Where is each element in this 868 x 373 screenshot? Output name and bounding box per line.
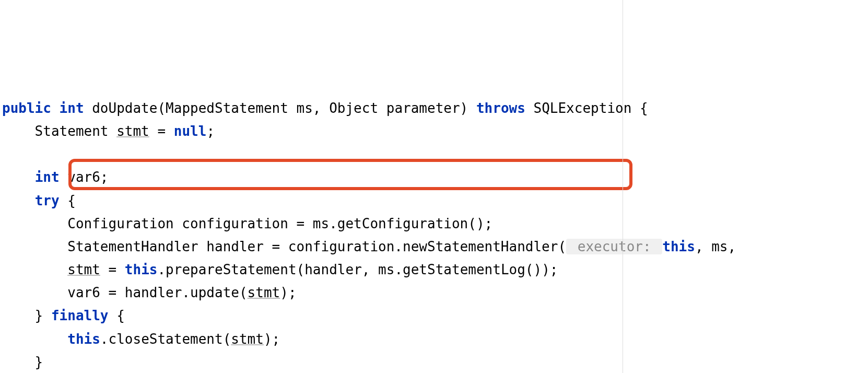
code-block: public int doUpdate(MappedStatement ms, …: [2, 97, 868, 373]
space: [51, 100, 60, 116]
keyword-int: int: [35, 169, 60, 185]
space: [84, 100, 92, 116]
code-text: var6;: [60, 169, 109, 185]
keyword-this: this: [125, 262, 158, 277]
keyword-try: try: [35, 193, 60, 208]
keyword-throws: throws: [476, 100, 525, 116]
throws-clause: SQLException {: [525, 100, 648, 116]
code-text: );: [280, 285, 296, 300]
code-text: }: [2, 308, 51, 323]
keyword-finally: finally: [51, 308, 109, 323]
keyword-public: public: [2, 100, 51, 116]
keyword-int: int: [60, 100, 84, 116]
keyword-this: this: [662, 239, 695, 254]
indent: [2, 193, 35, 208]
param-hint: executor:: [566, 239, 662, 254]
code-text: [2, 262, 67, 277]
code-text: .closeStatement(: [100, 331, 231, 347]
code-text: }: [2, 354, 43, 370]
code-text: StatementHandler handler = configuration…: [2, 239, 566, 254]
keyword-this: this: [67, 331, 100, 347]
var-stmt: stmt: [67, 262, 100, 277]
code-text: {: [60, 193, 76, 208]
code-text: , ms,: [695, 239, 736, 254]
var-stmt: stmt: [248, 285, 280, 300]
code-text: =: [100, 262, 125, 277]
var-stmt: stmt: [231, 331, 264, 347]
method-name: doUpdate: [92, 100, 157, 116]
code-text: .prepareStatement(handler, ms.getStateme…: [157, 262, 558, 277]
code-text: =: [149, 123, 174, 139]
code-text: [2, 331, 67, 347]
code-text: );: [264, 331, 280, 347]
code-text: {: [109, 308, 125, 323]
var-stmt: stmt: [116, 123, 149, 139]
code-text: var6 = handler.update(: [2, 285, 248, 300]
keyword-null: null: [174, 123, 207, 139]
indent: [2, 169, 35, 185]
signature: (MappedStatement ms, Object parameter): [157, 100, 476, 116]
code-text: Configuration configuration = ms.getConf…: [2, 216, 492, 231]
code-text: Statement: [2, 123, 116, 139]
code-text: ;: [206, 123, 215, 139]
vertical-divider: [623, 0, 623, 373]
